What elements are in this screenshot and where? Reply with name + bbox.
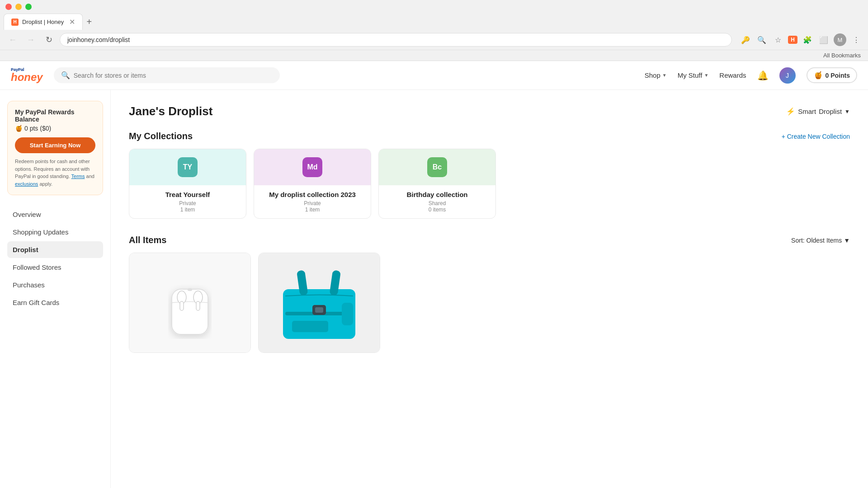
svg-rect-2 [180,301,184,310]
svg-rect-11 [315,307,323,313]
sort-chevron-icon: ▼ [844,237,850,244]
droplist-label: Droplist [819,108,842,115]
my-stuff-label: My Stuff [678,71,703,79]
my-stuff-chevron-icon: ▼ [704,73,708,78]
create-collection-button[interactable]: + Create New Collection [782,133,850,140]
app-header: PayPal honey 🔍 Shop ▼ My Stuff ▼ Rewards… [0,61,868,90]
active-tab[interactable]: H Droplist | Honey ✕ [4,14,83,30]
tab-close-button[interactable]: ✕ [69,18,75,26]
bookmark-icon[interactable]: ☆ [772,33,784,46]
bookmarks-label: All Bookmarks [823,52,861,59]
collection-visibility: Private [261,200,363,206]
collection-card-droplist-2023[interactable]: Md My droplist collection 2023 Private 1… [254,149,371,219]
collection-badge: TY [178,157,198,177]
start-earning-button[interactable]: Start Earning Now [15,137,95,153]
minimize-button[interactable] [15,4,22,10]
points-value: 0 pts [24,125,38,132]
airpods-svg [145,258,235,348]
more-icon[interactable]: ⋮ [850,33,863,46]
collection-info: Treat Yourself Private 1 item [129,185,246,218]
smart-droplist-toggle[interactable]: ⚡ Smart Droplist ▼ [786,107,850,116]
sidebar-item-purchases[interactable]: Purchases [7,277,103,293]
extensions-icon[interactable]: 🧩 [801,33,814,46]
collection-thumbnail: Bc [379,149,495,185]
page-content: Jane's Droplist ⚡ Smart Droplist ▼ My Co… [111,90,868,488]
points-button[interactable]: 🍯 0 Points [807,67,857,83]
collection-card-treat-yourself[interactable]: TY Treat Yourself Private 1 item [129,149,246,219]
shop-label: Shop [645,71,660,79]
honey-coin-icon: 🍯 [814,71,823,80]
window-controls [5,4,32,10]
collections-section-header: My Collections + Create New Collection [129,131,850,141]
lock-icon[interactable]: 🔑 [739,33,752,46]
profile-avatar[interactable]: M [834,33,846,46]
browser-titlebar [0,0,868,14]
rewards-card: My PayPal Rewards Balance 🍯 0 pts ($0) S… [7,101,103,195]
shop-nav-link[interactable]: Shop ▼ [645,71,667,79]
coin-icon: 🍯 [15,125,23,132]
collection-name: Treat Yourself [137,191,239,198]
collection-badge: Bc [427,157,447,177]
sidebar-item-earn-gift-cards[interactable]: Earn Gift Cards [7,294,103,311]
honey-extension-icon[interactable]: H [788,36,797,44]
tab-favicon: H [11,19,19,26]
exclusions-link[interactable]: exclusions [15,181,38,187]
search-bar[interactable]: 🔍 [54,67,280,83]
collection-visibility: Private [137,200,239,206]
rewards-balance: 🍯 0 pts ($0) [15,125,95,132]
user-avatar[interactable]: J [779,67,796,84]
points-label: 0 Points [826,72,850,79]
sidebar-item-droplist[interactable]: Droplist [7,241,103,258]
item-card-airpods[interactable] [129,253,251,353]
rewards-description: Redeem points for cash and other options… [15,158,95,188]
points-amount: ($0) [40,125,51,132]
address-bar-row: ← → ↻ joinhoney.com/droplist 🔑 🔍 ☆ H 🧩 ⬜… [0,30,868,50]
tab-title: Droplist | Honey [22,19,64,25]
notifications-bell-icon[interactable]: 🔔 [757,70,769,81]
smart-icon: ⚡ [786,107,795,116]
search-input[interactable] [74,72,273,79]
tab-manager-icon[interactable]: ⬜ [817,33,830,46]
svg-rect-5 [188,288,192,291]
address-bar[interactable]: joinhoney.com/droplist [60,33,732,47]
collection-info: Birthday collection Shared 0 items [379,185,495,218]
item-thumbnail-airpods [129,253,250,352]
svg-rect-12 [342,303,353,325]
new-tab-button[interactable]: + [83,15,95,28]
smart-chevron-icon: ▼ [844,108,850,115]
all-items-title: All Items [129,235,166,245]
page-header: Jane's Droplist ⚡ Smart Droplist ▼ [129,104,850,118]
zoom-icon[interactable]: 🔍 [755,33,768,46]
back-button[interactable]: ← [5,33,20,47]
bag-svg [274,262,364,343]
reload-button[interactable]: ↻ [42,33,56,47]
collection-card-birthday[interactable]: Bc Birthday collection Shared 0 items [378,149,496,219]
close-button[interactable] [5,4,12,10]
collection-name: My droplist collection 2023 [261,191,363,198]
header-nav: Shop ▼ My Stuff ▼ Rewards 🔔 J 🍯 0 Points [645,67,857,84]
item-thumbnail-bag [259,253,380,352]
logo[interactable]: PayPal honey [11,68,43,83]
terms-link[interactable]: Terms [71,174,85,179]
sort-control[interactable]: Sort: Oldest Items ▼ [791,237,850,244]
collection-visibility: Shared [386,200,488,206]
smart-label: Smart [798,108,816,115]
my-stuff-nav-link[interactable]: My Stuff ▼ [678,71,709,79]
sidebar-item-shopping-updates[interactable]: Shopping Updates [7,224,103,240]
sidebar-item-followed-stores[interactable]: Followed Stores [7,259,103,276]
browser-chrome: H Droplist | Honey ✕ + ← → ↻ joinhoney.c… [0,0,868,61]
search-icon: 🔍 [61,71,70,80]
item-card-bag[interactable] [258,253,380,353]
forward-button[interactable]: → [24,33,38,47]
svg-rect-4 [196,301,200,310]
rewards-nav-link[interactable]: Rewards [719,71,746,79]
all-items-header: All Items Sort: Oldest Items ▼ [129,235,850,245]
collection-thumbnail: TY [129,149,246,185]
sort-label: Sort: Oldest Items [791,237,842,244]
collection-thumbnail: Md [254,149,371,185]
collection-count: 1 item [137,206,239,213]
collections-title: My Collections [129,131,193,141]
maximize-button[interactable] [25,4,32,10]
sidebar-item-overview[interactable]: Overview [7,206,103,223]
sidebar-nav: Overview Shopping Updates Droplist Follo… [7,206,103,311]
